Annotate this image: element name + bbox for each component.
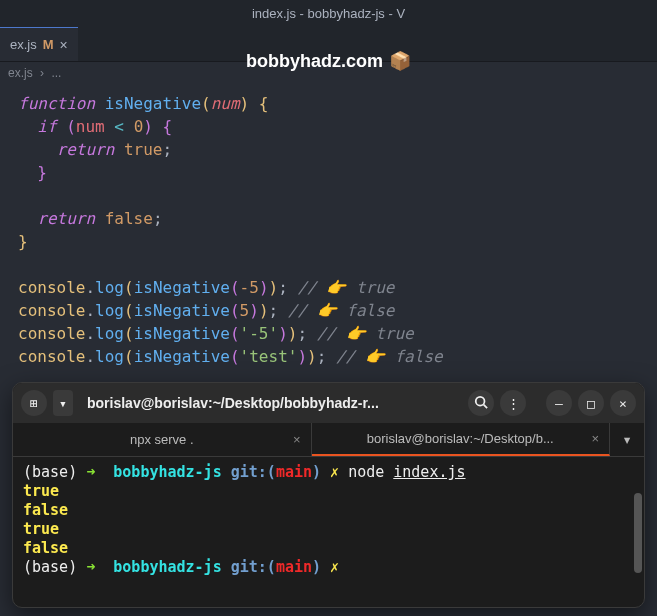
terminal-dropdown-button[interactable]: ▾ xyxy=(53,390,73,416)
search-icon xyxy=(474,395,488,412)
code-line: } xyxy=(18,161,639,184)
chevron-down-icon: ▾ xyxy=(622,430,632,449)
breadcrumb-rest: ... xyxy=(51,66,61,80)
code-line: if (num < 0) { xyxy=(18,115,639,138)
code-line: console.log(isNegative('-5')); // 👉️ tru… xyxy=(18,322,639,345)
terminal-tab-menu[interactable]: ▾ xyxy=(610,423,644,456)
terminal-menu-button[interactable]: ⋮ xyxy=(500,390,526,416)
tab-close-icon[interactable]: × xyxy=(60,37,68,53)
code-line: } xyxy=(18,230,639,253)
breadcrumb-file: ex.js xyxy=(8,66,33,80)
terminal-title: borislav@borislav:~/Desktop/bobbyhadz-r.… xyxy=(79,395,462,411)
minimize-icon: — xyxy=(555,396,563,411)
tab-filename: ex.js xyxy=(10,37,37,52)
code-line: console.log(isNegative(5)); // 👉️ false xyxy=(18,299,639,322)
terminal-header: ⊞ ▾ borislav@borislav:~/Desktop/bobbyhad… xyxy=(13,383,644,423)
svg-line-1 xyxy=(484,404,488,408)
terminal-search-button[interactable] xyxy=(468,390,494,416)
code-line: console.log(isNegative('test')); // 👉️ f… xyxy=(18,345,639,368)
editor-tab-active[interactable]: ex.js M × xyxy=(0,27,78,61)
chevron-down-icon: ▾ xyxy=(59,396,67,411)
terminal-close-button[interactable]: × xyxy=(610,390,636,416)
code-line xyxy=(18,253,639,276)
code-line xyxy=(18,184,639,207)
code-line: return false; xyxy=(18,207,639,230)
terminal-body[interactable]: (base) ➜ bobbyhadz-js git:(main) ✗ node … xyxy=(13,457,644,583)
terminal-tab-bar: npx serve . × borislav@borislav:~/Deskto… xyxy=(13,423,644,457)
terminal-scrollbar[interactable] xyxy=(634,493,642,573)
new-tab-icon: ⊞ xyxy=(30,396,38,411)
terminal-tab-2[interactable]: borislav@borislav:~/Desktop/b... × xyxy=(312,423,611,456)
terminal-output: false xyxy=(23,539,634,558)
terminal-tab-label: borislav@borislav:~/Desktop/b... xyxy=(367,431,554,446)
tab-close-icon[interactable]: × xyxy=(293,432,301,447)
svg-point-0 xyxy=(476,396,485,405)
code-line: console.log(isNegative(-5)); // 👉️ true xyxy=(18,276,639,299)
window-title-bar: index.js - bobbyhadz-js - V xyxy=(0,0,657,27)
terminal-window: ⊞ ▾ borislav@borislav:~/Desktop/bobbyhad… xyxy=(12,382,645,608)
terminal-output: true xyxy=(23,482,634,501)
code-line: function isNegative(num) { xyxy=(18,92,639,115)
close-icon: × xyxy=(619,396,627,411)
terminal-new-tab-button[interactable]: ⊞ xyxy=(21,390,47,416)
maximize-icon: □ xyxy=(587,396,595,411)
terminal-output: true xyxy=(23,520,634,539)
tab-close-icon[interactable]: × xyxy=(591,431,599,446)
terminal-tab-1[interactable]: npx serve . × xyxy=(13,423,312,456)
tab-modified-indicator: M xyxy=(43,37,54,52)
window-title: index.js - bobbyhadz-js - V xyxy=(252,6,405,21)
menu-icon: ⋮ xyxy=(507,396,520,411)
terminal-tab-label: npx serve . xyxy=(130,432,194,447)
terminal-line: (base) ➜ bobbyhadz-js git:(main) ✗ xyxy=(23,558,634,577)
editor-tab-bar: ex.js M × xyxy=(0,27,657,62)
terminal-minimize-button[interactable]: — xyxy=(546,390,572,416)
code-line: return true; xyxy=(18,138,639,161)
code-editor[interactable]: function isNegative(num) { if (num < 0) … xyxy=(0,84,657,376)
breadcrumb[interactable]: ex.js › ... xyxy=(0,62,657,84)
terminal-output: false xyxy=(23,501,634,520)
breadcrumb-separator: › xyxy=(40,66,44,80)
terminal-line: (base) ➜ bobbyhadz-js git:(main) ✗ node … xyxy=(23,463,634,482)
terminal-maximize-button[interactable]: □ xyxy=(578,390,604,416)
